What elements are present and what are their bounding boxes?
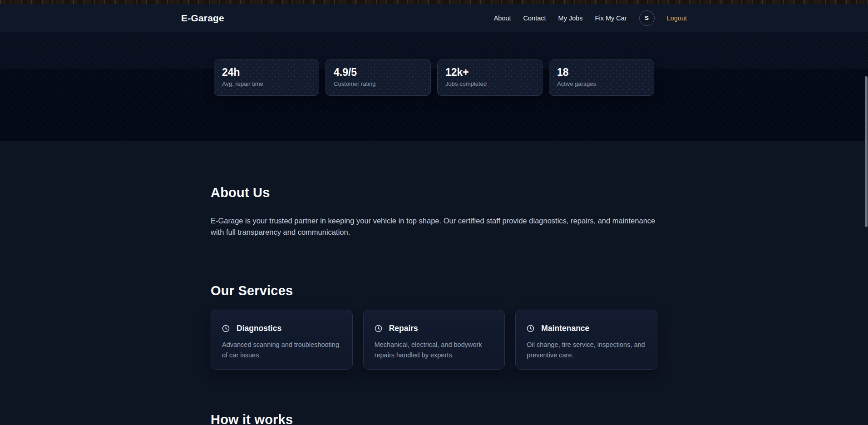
stat-label: Avg. repair time (222, 80, 311, 87)
clock-icon (222, 325, 230, 332)
brand-logo[interactable]: E-Garage (181, 13, 224, 24)
service-description: Mechanical, electrical, and bodywork rep… (375, 340, 494, 361)
stat-label: Active garages (557, 80, 646, 87)
stat-value: 24h (222, 67, 311, 78)
page-top-texture (0, 0, 868, 4)
avatar[interactable]: S (639, 10, 655, 26)
service-card-repairs: Repairs Mechanical, electrical, and body… (363, 310, 505, 370)
services-grid: Diagnostics Advanced scanning and troubl… (211, 310, 657, 370)
about-heading: About Us (211, 141, 657, 200)
service-title: Maintenance (541, 324, 589, 333)
about-body-text: E-Garage is your trusted partner in keep… (211, 215, 657, 238)
nav-link-about[interactable]: About (494, 15, 511, 22)
stats-row: 24h Avg. repair time 4.9/5 Customer rati… (214, 32, 654, 96)
stat-card-customer-rating: 4.9/5 Customer rating (326, 59, 431, 96)
stat-value: 12k+ (445, 67, 534, 78)
stat-card-repair-time: 24h Avg. repair time (214, 59, 319, 96)
stat-card-jobs-completed: 12k+ Jobs completed (437, 59, 542, 96)
nav-link-contact[interactable]: Contact (523, 15, 546, 22)
service-card-maintenance: Maintenance Oil change, tire service, in… (515, 310, 657, 370)
clock-icon (527, 325, 534, 332)
service-description: Oil change, tire service, inspections, a… (527, 340, 646, 361)
service-title: Diagnostics (237, 324, 281, 333)
nav-link-my-jobs[interactable]: My Jobs (558, 15, 583, 22)
main-content: About Us E-Garage is your trusted partne… (0, 141, 868, 425)
services-heading: Our Services (211, 238, 657, 298)
stat-value: 4.9/5 (334, 67, 423, 78)
stat-label: Customer rating (334, 80, 423, 87)
stat-card-active-garages: 18 Active garages (549, 59, 654, 96)
clock-icon (375, 325, 382, 332)
service-title: Repairs (389, 324, 418, 333)
how-it-works-heading: How it works (211, 370, 657, 425)
service-description: Advanced scanning and troubleshooting of… (222, 340, 341, 361)
navbar: E-Garage About Contact My Jobs Fix My Ca… (0, 4, 868, 32)
stat-label: Jobs completed (445, 80, 534, 87)
scrollbar-thumb[interactable] (865, 76, 868, 227)
service-card-diagnostics: Diagnostics Advanced scanning and troubl… (211, 310, 353, 370)
hero-section: 24h Avg. repair time 4.9/5 Customer rati… (0, 32, 868, 141)
logout-button[interactable]: Logout (667, 15, 687, 22)
nav-link-fix-my-car[interactable]: Fix My Car (595, 15, 627, 22)
stat-value: 18 (557, 67, 646, 78)
